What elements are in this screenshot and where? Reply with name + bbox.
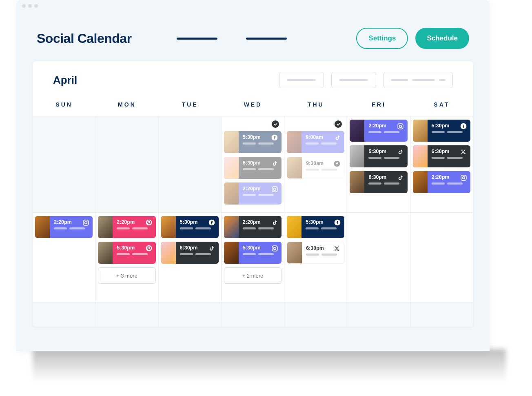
post-text-placeholder xyxy=(243,142,277,145)
svg-point-6 xyxy=(399,125,402,127)
post-thumbnail xyxy=(287,157,302,178)
instagram-icon xyxy=(82,219,89,226)
tiktok-icon xyxy=(271,160,278,167)
scheduled-post[interactable]: 5:30pm xyxy=(287,216,344,238)
scheduled-post[interactable]: 5:30pm xyxy=(224,242,282,264)
instagram-icon xyxy=(271,245,278,252)
scheduled-post[interactable]: 5:30pm xyxy=(413,120,470,142)
scheduled-post[interactable]: 6:30pm xyxy=(287,242,344,264)
calendar-cell[interactable] xyxy=(33,303,95,327)
scheduled-post[interactable]: 2:20pm xyxy=(350,120,407,142)
post-text-placeholder xyxy=(306,254,340,256)
tab-placeholder[interactable] xyxy=(246,38,287,40)
scheduled-post[interactable]: 9:30am xyxy=(287,157,344,179)
tiktok-icon xyxy=(334,134,341,141)
calendar-cell[interactable] xyxy=(159,303,222,327)
post-body: 9:00am xyxy=(301,131,344,153)
scheduled-post[interactable]: 6:30pm xyxy=(161,242,219,264)
post-text-placeholder xyxy=(306,227,340,229)
window-dot xyxy=(34,4,38,8)
scheduled-post[interactable]: 2:20pm xyxy=(98,216,155,238)
tab-placeholders xyxy=(177,38,287,40)
more-posts-button[interactable]: + 3 more xyxy=(98,267,155,284)
post-thumbnail xyxy=(413,120,428,142)
dow-label: FRI xyxy=(347,96,410,116)
calendar-cell[interactable]: 5:30pm6:30pm xyxy=(284,213,347,303)
post-thumbnail xyxy=(287,216,301,238)
svg-point-11 xyxy=(465,176,466,176)
calendar-cell[interactable]: 2:20pm xyxy=(33,213,95,303)
control-placeholder[interactable] xyxy=(331,72,376,88)
scheduled-post[interactable]: 5:30pm xyxy=(161,216,219,238)
calendar-cell[interactable] xyxy=(159,116,222,213)
post-text-placeholder xyxy=(306,169,340,171)
scheduled-post[interactable]: 2:20pm xyxy=(224,216,282,238)
dow-label: TUE xyxy=(159,96,222,116)
schedule-button[interactable]: Schedule xyxy=(415,28,469,49)
more-posts-button[interactable]: + 2 more xyxy=(224,267,282,284)
calendar-cell[interactable] xyxy=(347,213,410,303)
scheduled-post[interactable]: 6:30pm xyxy=(224,157,282,179)
calendar-cell[interactable]: 5:30pm6:30pm xyxy=(159,213,222,303)
scheduled-post[interactable]: 5:30pm xyxy=(350,145,407,167)
post-body: 5:30pm xyxy=(428,120,470,142)
calendar-cell[interactable]: 2:20pm5:30pm+ 2 more xyxy=(222,213,284,303)
scheduled-post[interactable]: 9:00am xyxy=(287,131,344,153)
scheduled-post[interactable]: 5:30pm xyxy=(224,131,282,153)
scheduled-post[interactable]: 2:20pm xyxy=(224,182,282,205)
calendar-cell[interactable] xyxy=(95,303,158,327)
calendar-cell[interactable]: 5:30pm6:30pm2:20pm xyxy=(410,116,473,213)
post-body: 2:20pm xyxy=(50,216,93,238)
scheduled-post[interactable]: 6:30pm xyxy=(350,171,407,193)
post-thumbnail xyxy=(161,242,176,264)
calendar-cell[interactable]: 9:00am9:30am xyxy=(284,116,347,213)
calendar-cell[interactable] xyxy=(222,303,284,327)
tiktok-icon xyxy=(397,148,404,156)
pinterest-icon xyxy=(145,219,153,226)
instagram-icon xyxy=(397,122,404,130)
post-text-placeholder xyxy=(54,227,89,229)
calendar-cell[interactable]: 2:20pm5:30pm6:30pm xyxy=(347,116,410,213)
dow-label: SUN xyxy=(33,96,95,116)
control-placeholder[interactable] xyxy=(279,72,324,88)
dow-row: SUN MON TUE WED THU FRI SAT xyxy=(33,96,473,116)
settings-button[interactable]: Settings xyxy=(356,28,408,49)
scheduled-post[interactable]: 6:30pm xyxy=(413,145,470,167)
post-body: 5:30pm xyxy=(239,242,282,264)
window-chrome xyxy=(16,0,490,11)
facebook-icon xyxy=(460,122,467,130)
x-icon xyxy=(333,245,341,252)
calendar-cell[interactable]: 2:20pm5:30pm+ 3 more xyxy=(95,213,158,303)
post-thumbnail xyxy=(224,216,239,238)
page-title: Social Calendar xyxy=(37,31,132,46)
svg-point-13 xyxy=(84,221,87,224)
post-text-placeholder xyxy=(117,253,151,255)
svg-point-14 xyxy=(87,220,88,221)
control-placeholder[interactable] xyxy=(383,72,453,88)
app-window: Social Calendar Settings Schedule April xyxy=(16,0,490,351)
calendar-cell[interactable]: 5:30pm6:30pm2:20pm xyxy=(222,116,284,213)
post-body: 5:30pm xyxy=(176,216,219,238)
instagram-icon xyxy=(271,185,278,193)
post-thumbnail xyxy=(350,145,364,167)
tab-placeholder[interactable] xyxy=(177,38,217,40)
calendar-cell[interactable] xyxy=(33,116,95,213)
post-text-placeholder xyxy=(117,227,151,229)
calendar-cell[interactable] xyxy=(410,303,473,327)
scheduled-post[interactable]: 5:30pm xyxy=(98,242,155,264)
post-body: 5:30pm xyxy=(239,131,282,153)
post-text-placeholder xyxy=(368,182,403,185)
check-icon xyxy=(335,120,342,128)
calendar-cell[interactable] xyxy=(95,116,158,213)
month-label: April xyxy=(53,74,77,87)
post-text-placeholder xyxy=(432,157,466,159)
check-icon xyxy=(272,120,279,128)
calendar-cell[interactable] xyxy=(410,213,473,303)
window-dot xyxy=(28,4,32,8)
scheduled-post[interactable]: 2:20pm xyxy=(413,171,470,193)
post-body: 2:20pm xyxy=(239,216,282,238)
calendar-cell[interactable] xyxy=(347,303,410,327)
scheduled-post[interactable]: 2:20pm xyxy=(35,216,93,238)
calendar-cell[interactable] xyxy=(284,303,347,327)
tiktok-icon xyxy=(271,219,278,226)
